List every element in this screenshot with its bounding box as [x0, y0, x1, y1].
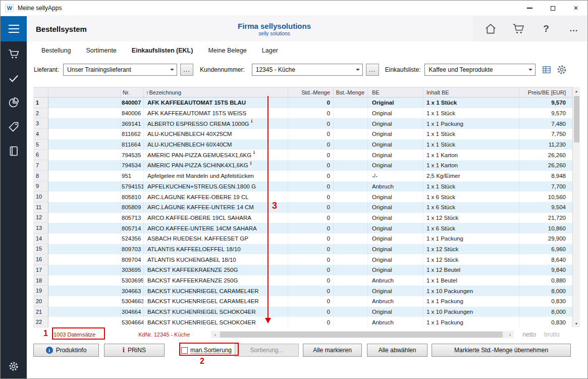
vertical-scroll-thumb[interactable]	[574, 96, 579, 143]
table-row[interactable]: 1840007AFK KAFFEEAUTOMAT 15TS BLAU0Origi…	[33, 98, 572, 108]
cell-be: Original	[368, 254, 423, 265]
sidebar-item-prices[interactable]	[8, 121, 20, 133]
einkaufsliste-select[interactable]: Kaffee und Teeprodukte	[424, 64, 536, 76]
cell-nr: 5304664	[121, 317, 144, 327]
scroll-up-button[interactable]: ▲	[573, 87, 580, 95]
menu-button[interactable]	[1, 16, 27, 41]
alle-markieren-button[interactable]: Alle markieren	[303, 344, 362, 357]
table-row[interactable]: 15809703ATLANTIS KAFFEELOEFFEL 18/100Ori…	[33, 244, 572, 255]
more-button[interactable]: ...	[567, 22, 580, 35]
table-row[interactable]: 12805713ARCO.KAFFEE-OBERE 19CL SAHARA0Or…	[33, 213, 572, 223]
tab-sortimente[interactable]: Sortimente	[86, 47, 116, 54]
cart-button[interactable]	[512, 22, 525, 35]
sidebar-item-check[interactable]	[8, 72, 20, 84]
cell-std-menge: 0	[288, 244, 334, 255]
table-row[interactable]: 19304663BACKST KUCHENRIEGEL CARAMEL4ER0O…	[33, 286, 572, 296]
gear-icon	[8, 361, 19, 372]
horizontal-scrollbar[interactable]: ‹ ›	[211, 331, 514, 338]
cell-bst-menge	[334, 108, 368, 119]
table-row[interactable]: 8951Apfelgelee mit Mandeln und Apfelstüc…	[33, 171, 572, 181]
cart-icon	[8, 48, 20, 60]
company-subtitle: selly solutions	[27, 31, 522, 36]
settings-button[interactable]	[8, 360, 20, 372]
man-sortierung-checkbox-group[interactable]: man.Sortierung	[181, 347, 232, 354]
lieferant-select[interactable]: Unser Trainingslieferant	[63, 64, 177, 76]
header-inhalt-be[interactable]: Inhalt BE	[423, 87, 519, 97]
prins-button[interactable]: i PRiNS	[104, 344, 165, 357]
sidebar-item-statistics[interactable]	[8, 97, 20, 109]
std-menge-uebernehmen-button[interactable]: Markierte Std.-Menge übernehmen	[432, 344, 571, 357]
horizontal-scroll-thumb[interactable]	[220, 331, 503, 338]
header-nr[interactable]: Nr.	[121, 87, 144, 97]
netto-label[interactable]: netto	[522, 331, 536, 338]
kundennummer-select[interactable]: 12345 - Küche	[252, 64, 363, 76]
cell-spacer	[48, 98, 121, 108]
table-row[interactable]: 10805810ARC.LAGUNE KAFFEE-OBERE 19 CL0Or…	[33, 192, 572, 202]
scroll-down-button[interactable]: ▼	[573, 319, 580, 327]
maximize-button[interactable]	[541, 1, 564, 16]
header-bst-menge[interactable]: Bst.-Menge	[334, 87, 368, 97]
vertical-scrollbar[interactable]: ▲ ▼	[572, 87, 580, 327]
cell-row-number: 21	[33, 307, 48, 317]
brutto-label[interactable]: brutto	[544, 331, 560, 338]
produktinfo-button[interactable]: i Produktinfo	[33, 344, 99, 357]
article-table: Nr. ↑Bezeichnung Std.-Menge Bst.-Menge B…	[33, 87, 580, 327]
lieferant-more-button[interactable]: ...	[180, 64, 193, 76]
table-row[interactable]: 16809704ATLANTIS KUCHENGABEL 18/100Origi…	[33, 254, 572, 265]
header-bezeichnung[interactable]: ↑Bezeichnung	[144, 87, 288, 97]
list-settings-button[interactable]	[556, 64, 567, 75]
table-row[interactable]: 95794151APFELKUCHEN+STREUS.GESN.1800 G0A…	[33, 181, 572, 192]
cell-preis: 0,830	[519, 317, 572, 327]
cell-nr: 809703	[121, 244, 144, 255]
table-row[interactable]: 11805809ARC.LAGUNE KAFFEE-UNTERE 14 CM0O…	[33, 202, 572, 213]
table-row[interactable]: 6794535AMERIC PAN-PIZZA GEMUES4X1,6KGi0O…	[33, 150, 572, 160]
table-row[interactable]: 17303695BACKST KAFFEEKRAENZE 250G0Origin…	[33, 265, 572, 275]
tab-lager[interactable]: Lager	[262, 47, 278, 54]
table-row[interactable]: 14524356ASBACH RUEDESH. KAFFEESET GP0Ori…	[33, 233, 572, 244]
info-icon[interactable]: i	[253, 150, 255, 155]
tab-meine-belege[interactable]: Meine Belege	[208, 47, 246, 54]
tab-bestellung[interactable]: Bestellung	[41, 47, 71, 54]
table-row[interactable]: 3369141ALBERTO ESPRESSO CREMA 1000Gi0Ori…	[33, 118, 572, 129]
sidebar-item-cart[interactable]	[8, 48, 20, 60]
info-icon[interactable]: i	[251, 119, 253, 124]
cell-row-number: 6	[33, 150, 48, 160]
table-row[interactable]: 5811664ALU-KUCHENBLECH 60X40CM0Original1…	[33, 139, 572, 150]
scroll-left-button[interactable]: ‹	[211, 331, 219, 338]
cell-be: Original	[368, 307, 423, 317]
help-button[interactable]: ?	[540, 22, 553, 35]
cell-be: Original	[368, 129, 423, 139]
table-row[interactable]: 7794534AMERIC PAN-PIZZA SCHINK4X1,6KGi0O…	[33, 160, 572, 171]
table-row[interactable]: 225304664BACKST KUCHENRIEGEL SCHOKO4ER0A…	[33, 317, 572, 327]
cell-be: Original	[368, 192, 423, 202]
sortierung-button[interactable]: Sortierung...	[235, 344, 299, 357]
pie-chart-icon	[8, 97, 20, 109]
table-row[interactable]: 21304664BACKST KUCHENRIEGEL SCHOKO4ER0Or…	[33, 307, 572, 317]
cell-inhalt-be: 1 x 10 Packungen	[423, 286, 519, 296]
minimize-button[interactable]	[518, 1, 541, 16]
alle-abwaehlen-button[interactable]: Alle abwählen	[367, 344, 427, 357]
kundennummer-label: Kundennummer:	[200, 66, 245, 73]
edit-list-button[interactable]	[542, 65, 552, 75]
header-preis[interactable]: Preis/BE [EUR]	[519, 87, 572, 97]
header-be[interactable]: BE	[368, 87, 423, 97]
home-button[interactable]	[484, 22, 497, 35]
tab-einkaufslisten-ekl[interactable]: Einkaufslisten (EKL)	[132, 47, 193, 54]
cell-inhalt-be: 1 x 1 Beutel	[423, 275, 519, 286]
table-row[interactable]: 205304663BACKST KUCHENRIEGEL CARAMEL4ER0…	[33, 296, 572, 307]
header-std-menge[interactable]: Std.-Menge	[288, 87, 334, 97]
cell-std-menge: 0	[288, 181, 334, 192]
info-icon[interactable]: i	[250, 161, 252, 166]
table-row[interactable]: 2840006AFK KAFFEEAUTOMAT 15TS WEISS0Orig…	[33, 108, 572, 119]
sidebar-item-catalog[interactable]	[8, 145, 20, 157]
table-row[interactable]: 13805714ARCO.KAFFEE-UNTERE 14CM SAHARA0O…	[33, 223, 572, 233]
lieferant-value: Unser Trainingslieferant	[67, 66, 168, 73]
table-row[interactable]: 4811662ALU-KUCHENBLECH 40X25CM0Original1…	[33, 129, 572, 139]
table-row[interactable]: 185303695BACKST KAFFEEKRAENZE 250G0Anbru…	[33, 275, 572, 286]
scroll-right-button[interactable]: ›	[506, 331, 514, 338]
kundennummer-more-button[interactable]: ...	[366, 64, 379, 76]
man-sortierung-checkbox[interactable]	[181, 347, 188, 354]
help-icon: ?	[543, 23, 549, 34]
close-button[interactable]: ✕	[564, 1, 587, 16]
cell-preis: 7,480	[519, 118, 572, 129]
